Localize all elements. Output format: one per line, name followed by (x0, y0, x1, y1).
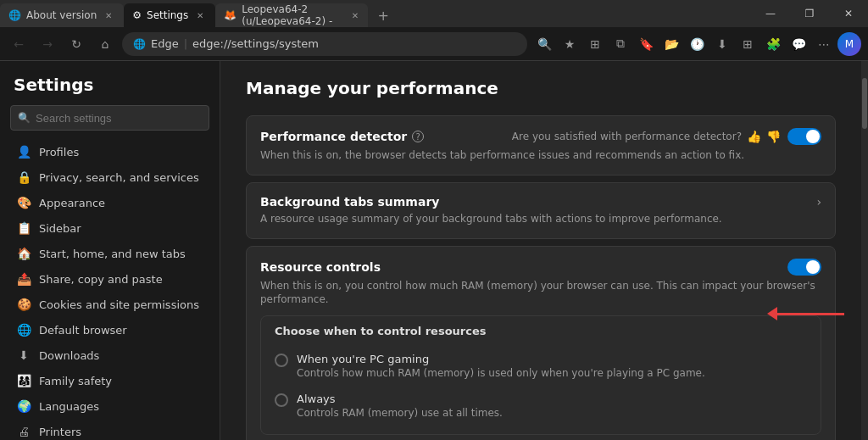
radio-pc-gaming[interactable]: When you're PC gaming Controls how much … (275, 346, 807, 386)
tab-settings-close[interactable]: ✕ (193, 8, 207, 22)
tab-settings-icon: ⚙ (132, 9, 142, 21)
back-button[interactable]: ← (7, 32, 31, 56)
resource-controls-header: Resource controls (260, 259, 821, 276)
sidebar-item-start-home[interactable]: 🏠 Start, home, and new tabs (3, 241, 216, 266)
radio-always[interactable]: Always Controls RAM (memory) use at all … (275, 386, 807, 426)
edge-icon: 🌐 (132, 37, 146, 51)
split-icon[interactable]: ⧉ (609, 32, 632, 56)
tab-about-icon: 🌐 (8, 9, 21, 21)
performance-detector-title-row: Performance detector ? (260, 130, 424, 143)
profiles-icon: 👤 (17, 145, 31, 159)
feedback-icon[interactable]: 💬 (787, 32, 810, 56)
radio-pc-gaming-label: When you're PC gaming (297, 353, 705, 365)
sidebar-item-downloads-label: Downloads (39, 349, 99, 362)
apps-icon[interactable]: ⊞ (736, 32, 760, 56)
sidebar-item-share-copy-label: Share, copy and paste (39, 273, 163, 286)
refresh-button[interactable]: ↻ (64, 32, 88, 56)
appearance-icon: 🎨 (17, 196, 31, 209)
more-icon[interactable]: ⋯ (812, 32, 836, 56)
sidebar-item-default-browser-label: Default browser (39, 324, 127, 337)
tab-other-close[interactable]: ✕ (351, 8, 359, 22)
satisfaction-label: Are you satisfied with performance detec… (512, 131, 742, 142)
radio-always-text: Always Controls RAM (memory) use at all … (297, 393, 503, 419)
sidebar-item-appearance[interactable]: 🎨 Appearance (3, 190, 216, 215)
tab-settings-label: Settings (147, 9, 188, 21)
minimize-button[interactable]: — (751, 0, 790, 27)
sidebar-item-family-safety-label: Family safety (39, 375, 112, 387)
extensions-icon[interactable]: 🧩 (761, 32, 785, 56)
sidebar-item-languages[interactable]: 🌍 Languages (3, 393, 216, 419)
addressbar: ← → ↻ ⌂ 🌐 Edge | edge://settings/system … (0, 27, 868, 61)
radio-always-circle[interactable] (275, 393, 288, 407)
new-tab-button[interactable]: + (371, 3, 395, 27)
downloads-toolbar-icon[interactable]: ⬇ (710, 32, 734, 56)
edge-label: Edge (151, 37, 179, 50)
sidebar-item-profiles-label: Profiles (39, 146, 79, 159)
background-tabs-card[interactable]: Background tabs summary › A resource usa… (246, 182, 836, 239)
address-box[interactable]: 🌐 Edge | edge://settings/system (122, 32, 527, 56)
tab-about-close[interactable]: ✕ (102, 8, 115, 22)
sidebar-item-share-copy[interactable]: 📤 Share, copy and paste (3, 266, 216, 292)
tab-settings[interactable]: ⚙ Settings ✕ (124, 3, 215, 27)
page-title: Manage your performance (246, 78, 836, 98)
bookmark-icon[interactable]: 🔖 (634, 32, 658, 56)
profile-avatar[interactable]: M (837, 32, 861, 56)
resource-controls-title: Resource controls (260, 260, 381, 274)
cookies-icon: 🍪 (17, 298, 31, 311)
performance-detector-info-icon[interactable]: ? (412, 131, 424, 142)
background-tabs-title: Background tabs summary (260, 195, 439, 209)
radio-pc-gaming-circle[interactable] (275, 354, 288, 367)
sidebar-item-languages-label: Languages (39, 400, 99, 413)
tab-about[interactable]: 🌐 About version ✕ (0, 3, 124, 27)
thumbs-up-icon[interactable]: 👍 (747, 130, 761, 143)
address-text: edge://settings/system (192, 37, 517, 50)
sidebar-item-appearance-label: Appearance (39, 197, 105, 209)
close-button[interactable]: ✕ (829, 0, 868, 27)
downloads-icon: ⬇ (17, 348, 31, 362)
sidebar-item-family-safety[interactable]: 👨‍👩‍👧 Family safety (3, 368, 216, 393)
thumbs-down-icon[interactable]: 👎 (766, 130, 781, 143)
sidebar-item-privacy[interactable]: 🔒 Privacy, search, and services (3, 164, 216, 190)
address-separator: | (184, 37, 187, 50)
tab-other-label: Leopeva64-2 (u/Leopeva64-2) - (242, 3, 346, 27)
history-icon[interactable]: 🕐 (685, 32, 709, 56)
home-button[interactable]: ⌂ (93, 32, 117, 56)
sidebar-item-printers[interactable]: 🖨 Printers (3, 419, 216, 440)
right-scrollbar[interactable] (861, 61, 868, 440)
share-copy-icon: 📤 (17, 272, 31, 286)
sidebar-item-sidebar-label: Sidebar (39, 222, 81, 235)
sidebar-item-default-browser[interactable]: 🌐 Default browser (3, 317, 216, 343)
search-box[interactable]: 🔍 (10, 105, 209, 131)
printers-icon: 🖨 (17, 425, 31, 438)
background-tabs-chevron: › (816, 195, 821, 209)
collections-icon[interactable]: 📂 (659, 32, 683, 56)
search-icon[interactable]: 🔍 (532, 32, 556, 56)
performance-detector-toggle[interactable] (787, 128, 821, 145)
sidebar-item-downloads[interactable]: ⬇ Downloads (3, 343, 216, 368)
scrollbar-thumb[interactable] (862, 78, 867, 129)
performance-detector-desc: When this is on, the browser detects tab… (260, 148, 821, 163)
performance-detector-card: Performance detector ? Are you satisfied… (246, 115, 836, 175)
search-input[interactable] (36, 112, 202, 125)
resource-controls-card: Resource controls When this is on, you c… (246, 246, 836, 440)
family-safety-icon: 👨‍👩‍👧 (17, 374, 31, 387)
performance-detector-title: Performance detector (260, 130, 407, 143)
radio-pc-gaming-text: When you're PC gaming Controls how much … (297, 353, 705, 379)
sidebar-item-sidebar[interactable]: 📋 Sidebar (3, 215, 216, 241)
sidebar-title: Settings (0, 70, 220, 105)
titlebar: 🌐 About version ✕ ⚙ Settings ✕ 🦊 Leopeva… (0, 0, 868, 27)
default-browser-icon: 🌐 (17, 323, 31, 337)
tab-search-icon[interactable]: ⊞ (583, 32, 607, 56)
sidebar-item-cookies[interactable]: 🍪 Cookies and site permissions (3, 292, 216, 317)
resource-controls-toggle-knob (806, 260, 820, 274)
favorites-icon[interactable]: ★ (558, 32, 581, 56)
privacy-icon: 🔒 (17, 170, 31, 184)
forward-button[interactable]: → (36, 32, 59, 56)
titlebar-tabs: 🌐 About version ✕ ⚙ Settings ✕ 🦊 Leopeva… (0, 0, 395, 27)
maximize-button[interactable]: ❐ (790, 0, 829, 27)
sidebar-item-profiles[interactable]: 👤 Profiles (3, 139, 216, 164)
main-area: Settings 🔍 👤 Profiles 🔒 Privacy, search,… (0, 61, 868, 440)
resource-controls-toggle[interactable] (787, 259, 821, 276)
sidebar-item-printers-label: Printers (39, 426, 81, 438)
tab-other[interactable]: 🦊 Leopeva64-2 (u/Leopeva64-2) - ✕ (215, 3, 368, 27)
